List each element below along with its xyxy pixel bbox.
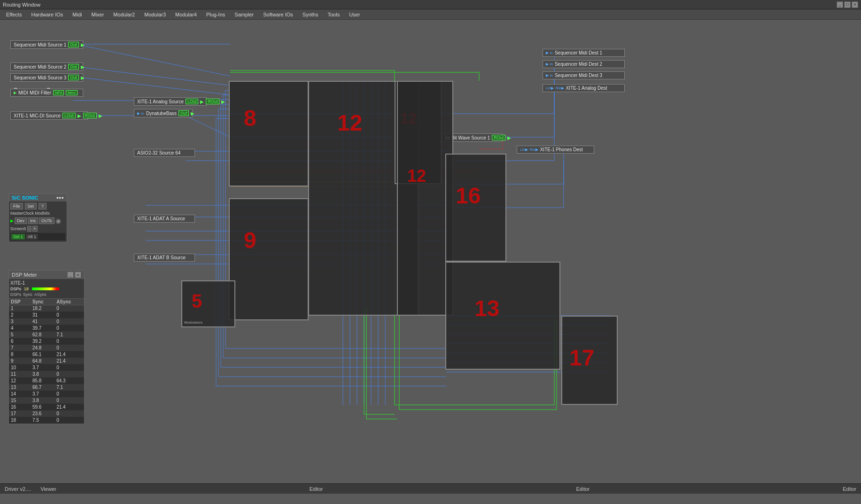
menu-synths[interactable]: Synths — [298, 10, 323, 19]
seq-midi-source-3[interactable]: Sequencer Midi Source 3 Out ▶ — [10, 73, 83, 82]
dsp-async-col: ASync — [34, 292, 47, 297]
dynatube-source[interactable]: ▶ In DynatubeBass Out ▶ — [134, 109, 193, 117]
seq-midi-dest-1[interactable]: ▶ In Sequencer Midi Dest 1 — [543, 49, 625, 57]
editor-1: Editor — [310, 486, 323, 492]
dsp-table-row: 103.70 — [9, 364, 84, 371]
mic-di-source[interactable]: XITE-1 MIC-DI Source LOut ▶ ROut ▶ — [10, 111, 88, 120]
dsp-table-row: 1366.77.1 — [9, 384, 84, 391]
menu-user[interactable]: User — [345, 10, 364, 19]
sonic-dev-btn[interactable]: Dev — [15, 217, 27, 224]
seq-midi-source-1[interactable]: Sequencer Midi Source 1 Out ▶ — [10, 40, 83, 49]
sonic-set-btn[interactable]: Set — [25, 203, 37, 209]
minimize-button[interactable]: _ — [837, 1, 843, 8]
dsp-async-val: 0 — [54, 325, 84, 332]
svg-line-3 — [73, 77, 230, 95]
midi-filter-source[interactable]: ▶ MIDI MIDI Filter MFil Minv — [10, 89, 83, 97]
mic-arrow2: ▶ — [99, 113, 102, 118]
asio-label: ASIO2-32 Source 64 — [137, 150, 180, 155]
dsp-async-val: 0 — [54, 397, 84, 404]
seq-midi-source-3-badge: Out — [68, 75, 79, 80]
dsp-sync-val: 62.8 — [31, 332, 54, 338]
dsp-async-val: 21.4 — [54, 404, 84, 411]
dsp-async-val: 64.3 — [54, 378, 84, 384]
dsp-table-row: 964.821.4 — [9, 358, 84, 364]
analog-source[interactable]: XITE-1 Analog Source LOut ▶ ROut ▶ — [134, 97, 207, 106]
adat-b-source[interactable]: XITE-1 ADAT B Source — [134, 254, 195, 262]
sonic-file-btn[interactable]: File — [10, 203, 23, 209]
phones-dest-label: XITE-1 Phones Dest — [540, 147, 583, 152]
close-button[interactable]: × — [852, 1, 858, 8]
dsp-table-row: 153.80 — [9, 397, 84, 404]
seq-midi-dest-2[interactable]: ▶ In Sequencer Midi Dest 2 — [543, 60, 625, 68]
dsp-minimize-btn[interactable]: _ — [67, 271, 74, 278]
dsp-sync-val: 3.7 — [31, 391, 54, 397]
matrix-8: 8 — [229, 81, 309, 186]
menu-effects[interactable]: Effects — [2, 10, 26, 19]
dsp-async-val: 0 — [54, 411, 84, 417]
menu-mixer[interactable]: Mixer — [87, 10, 108, 19]
matrix-13-number: 13 — [474, 295, 499, 321]
bit-wave-arrow: ▶ — [507, 135, 511, 140]
seq-midi-source-2-label: Sequencer Midi Source 2 — [14, 64, 66, 70]
bit-wave-rout: ROut — [492, 135, 505, 140]
dsp-row-num: 11 — [9, 371, 31, 378]
menu-modular2[interactable]: Modular2 — [109, 10, 139, 19]
analog-dest[interactable]: Lin▶ Rin▶ XITE-1 Analog Dest — [543, 84, 625, 92]
screen-plus-btn[interactable]: + — [32, 226, 38, 232]
dsp-table-row: 866.121.4 — [9, 351, 84, 358]
sonic-knob: ◉ — [55, 217, 61, 225]
alt1-badge[interactable]: Alt 1 — [26, 234, 38, 240]
dynatube-arrow: ▶ — [191, 111, 194, 116]
matrix-13: 13 — [445, 262, 560, 370]
dsp-row-num: 3 — [9, 318, 31, 325]
sonic-controls: ●●● — [56, 195, 64, 200]
restore-button[interactable]: □ — [844, 1, 851, 8]
menu-modular4[interactable]: Modular4 — [171, 10, 201, 19]
dsp-async-val: 21.4 — [54, 358, 84, 364]
window-controls[interactable]: _ □ × — [837, 1, 858, 8]
dsp-level-bar — [31, 287, 60, 291]
dsp-row-num: 15 — [9, 397, 31, 404]
window-title: Routing Window — [3, 2, 837, 8]
phones-dest[interactable]: Lin▶ Rin▶ XITE-1 Phones Dest — [517, 146, 594, 154]
dsp-device: XITE-1 — [10, 280, 83, 286]
adat-a-source[interactable]: XITE-1 ADAT A Source — [134, 215, 195, 223]
menu-modular3[interactable]: Modular3 — [140, 10, 170, 19]
col-async: ASync — [54, 299, 84, 305]
analog-dest-rin: Rin▶ — [556, 86, 564, 90]
analog-rout: ROut — [206, 99, 219, 104]
dsp-table-row: 724.80 — [9, 345, 84, 351]
dsp-async-val: 0 — [54, 345, 84, 351]
dsp-sync-col: Sync — [23, 292, 32, 297]
menu-tools[interactable]: Tools — [323, 10, 344, 19]
menu-software-ios[interactable]: Software IOs — [259, 10, 297, 19]
seq-midi-dest-3[interactable]: ▶ In Sequencer Midi Dest 3 — [543, 71, 625, 79]
dsp-dsps-col: DSPs — [10, 292, 21, 297]
sonic-ins-btn[interactable]: Ins — [28, 217, 38, 224]
menu-midi[interactable]: Midi — [68, 10, 86, 19]
adat-a-label: XITE-1 ADAT A Source — [137, 216, 185, 221]
matrix-17: 17 — [561, 316, 618, 405]
matrix-17-number: 17 — [569, 345, 594, 371]
sonic-help-btn[interactable]: ? — [39, 203, 47, 209]
dsp-async-val: 7.1 — [54, 384, 84, 391]
dsp-async-val: 0 — [54, 305, 84, 312]
phones-dest-rin: Rin▶ — [530, 147, 538, 152]
menu-hardware-ios[interactable]: Hardware IOs — [27, 10, 67, 19]
sonic-outs-btn[interactable]: OUTs — [39, 217, 54, 224]
adat-b-label: XITE-1 ADAT B Source — [137, 255, 186, 260]
dsp-row-num: 10 — [9, 364, 31, 371]
seq-midi-source-2[interactable]: Sequencer Midi Source 2 Out ▶ — [10, 62, 83, 71]
set1-badge[interactable]: Set 1 — [11, 234, 25, 240]
menu-sampler[interactable]: Sampler — [230, 10, 258, 19]
sonic-title: SiC SONIC — [12, 195, 38, 201]
menu-plugins[interactable]: Plug-Ins — [202, 10, 229, 19]
dsps-label: DSPs — [10, 287, 21, 291]
dsp-sync-val: 39.7 — [31, 325, 54, 332]
screen-minus-btn[interactable]: - — [27, 226, 31, 232]
asio-source[interactable]: ASIO2-32 Source 64 — [134, 149, 195, 157]
matrix-12-right-number: 12 — [407, 166, 426, 186]
dsp-async-val: 0 — [54, 417, 84, 424]
dsp-close-btn[interactable]: × — [75, 271, 81, 278]
dsp-sync-val: 18.2 — [31, 305, 54, 312]
